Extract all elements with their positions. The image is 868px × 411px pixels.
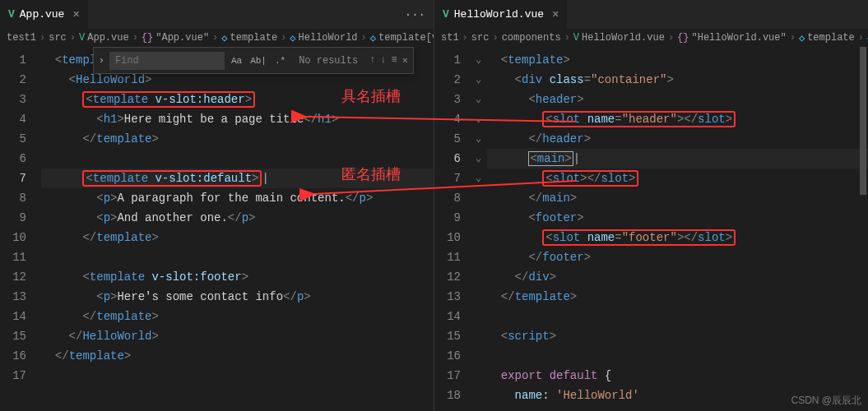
line-number[interactable]: 17: [0, 366, 26, 386]
breadcrumb-item[interactable]: ◇ template: [799, 32, 855, 44]
fold-icon[interactable]: ⌄: [476, 169, 487, 188]
line-number[interactable]: 13: [434, 287, 461, 307]
code-line[interactable]: <template v-slot:header>: [41, 90, 434, 109]
line-number[interactable]: 14: [0, 307, 26, 326]
close-icon[interactable]: ×: [72, 8, 79, 21]
line-number[interactable]: 5: [0, 129, 26, 149]
breadcrumb-item[interactable]: test1: [7, 32, 36, 44]
line-number[interactable]: 3: [434, 90, 461, 109]
line-number[interactable]: 2: [0, 70, 26, 90]
line-number[interactable]: 13: [0, 287, 26, 307]
line-number[interactable]: 1: [0, 50, 26, 70]
code-line[interactable]: </template>: [41, 129, 434, 149]
code-line[interactable]: [41, 247, 434, 267]
code-line[interactable]: [487, 346, 868, 366]
code-line[interactable]: </header>: [487, 129, 868, 149]
tab-app-vue[interactable]: V App.vue ×: [0, 0, 89, 29]
code-line[interactable]: </div>: [487, 267, 868, 287]
line-number[interactable]: 9: [0, 208, 26, 228]
close-find-icon[interactable]: ✕: [402, 54, 408, 67]
code-line[interactable]: [487, 307, 868, 326]
line-number[interactable]: 11: [434, 247, 461, 267]
regex-icon[interactable]: .*: [272, 54, 289, 67]
fold-icon[interactable]: ⌄: [476, 70, 487, 90]
next-match-icon[interactable]: ↓: [380, 54, 386, 67]
code-editor[interactable]: 1234567891011121314151617 <template> <He…: [0, 47, 434, 411]
breadcrumb[interactable]: st1›src›components›V HelloWorld.vue›{} "…: [434, 29, 868, 47]
line-number[interactable]: 8: [0, 188, 26, 208]
code-line[interactable]: <slot></slot>: [487, 169, 868, 188]
code-line[interactable]: <h1>Here might be a page title</h1>: [41, 109, 434, 129]
code-line[interactable]: <slot name="header"></slot>: [487, 109, 868, 129]
code-line[interactable]: </HelloWorld>: [41, 326, 434, 346]
breadcrumb-item[interactable]: src: [471, 32, 490, 44]
code-line[interactable]: <script>: [487, 326, 868, 346]
line-number[interactable]: 10: [434, 228, 461, 247]
line-number[interactable]: 14: [434, 307, 461, 326]
line-number[interactable]: 8: [434, 188, 461, 208]
line-number[interactable]: 4: [0, 109, 26, 129]
breadcrumb-item[interactable]: src: [49, 32, 67, 44]
fold-icon[interactable]: ⌄: [476, 90, 487, 109]
line-number[interactable]: 16: [434, 346, 461, 366]
code-line[interactable]: <div class="container">: [487, 70, 868, 90]
line-number[interactable]: 3: [0, 90, 26, 109]
line-number[interactable]: 5: [434, 129, 461, 149]
code-line[interactable]: </template>: [41, 346, 434, 366]
code-line[interactable]: <p>A paragraph for the main content.</p>: [41, 188, 434, 208]
fold-icon[interactable]: ⌄: [476, 109, 487, 129]
code-line[interactable]: [41, 149, 434, 169]
breadcrumb-item[interactable]: {} "App.vue": [142, 32, 209, 44]
fold-icon[interactable]: ⌄: [476, 50, 487, 70]
code-line[interactable]: </template>: [41, 228, 434, 247]
code-line[interactable]: <slot name="footer"></slot>: [487, 228, 868, 247]
line-number[interactable]: 9: [434, 208, 461, 228]
line-number[interactable]: 6: [0, 149, 26, 169]
code-line[interactable]: <template v-slot:default>|: [41, 169, 434, 188]
prev-match-icon[interactable]: ↑: [369, 54, 375, 67]
breadcrumb-item[interactable]: ◇ template[v-slot:default]: [370, 32, 434, 44]
close-icon[interactable]: ×: [552, 8, 559, 21]
line-number[interactable]: 12: [434, 267, 461, 287]
breadcrumb-item[interactable]: components: [502, 32, 561, 44]
code-editor[interactable]: 123456789101112131415161718 ⌄⌄⌄⌄⌄⌄⌄ <tem…: [434, 47, 868, 411]
line-number[interactable]: 17: [434, 366, 461, 386]
whole-word-icon[interactable]: Ab|: [247, 54, 270, 67]
breadcrumb-item[interactable]: ◇ template: [221, 32, 277, 44]
code-line[interactable]: [41, 366, 434, 386]
line-number[interactable]: 11: [0, 247, 26, 267]
code-line[interactable]: <p>And another one.</p>: [41, 208, 434, 228]
line-number[interactable]: 1: [434, 50, 461, 70]
breadcrumb[interactable]: test1›src›V App.vue›{} "App.vue"›◇ templ…: [0, 29, 434, 47]
line-number[interactable]: 7: [0, 169, 26, 188]
code-line[interactable]: <main>|: [487, 149, 868, 169]
code-line[interactable]: <p>Here's some contact info</p>: [41, 287, 434, 307]
line-number[interactable]: 15: [0, 326, 26, 346]
code-line[interactable]: <footer>: [487, 208, 868, 228]
tab-helloworld-vue[interactable]: V HelloWorld.vue ×: [434, 0, 568, 29]
code-line[interactable]: export default {: [487, 366, 868, 386]
code-line[interactable]: </main>: [487, 188, 868, 208]
line-number[interactable]: 6: [434, 149, 461, 169]
breadcrumb-item[interactable]: ◇ HelloWorld: [290, 32, 357, 44]
code-line[interactable]: <header>: [487, 90, 868, 109]
line-number[interactable]: 15: [434, 326, 461, 346]
breadcrumb-item[interactable]: {} "HelloWorld.vue": [677, 32, 787, 44]
breadcrumb-item[interactable]: st1: [441, 32, 459, 44]
code-line[interactable]: </footer>: [487, 247, 868, 267]
line-number[interactable]: 2: [434, 70, 461, 90]
match-case-icon[interactable]: Aa: [228, 54, 245, 67]
code-line[interactable]: </template>: [487, 287, 868, 307]
find-settings-icon[interactable]: ≡: [392, 54, 397, 67]
fold-icon[interactable]: ⌄: [476, 129, 487, 149]
scrollbar[interactable]: [858, 47, 868, 411]
code-line[interactable]: <template v-slot:footer>: [41, 267, 434, 287]
code-line[interactable]: </template>: [41, 307, 434, 326]
breadcrumb-item[interactable]: V HelloWorld.vue: [573, 32, 665, 44]
find-input[interactable]: [109, 52, 225, 70]
line-number[interactable]: 12: [0, 267, 26, 287]
line-number[interactable]: 4: [434, 109, 461, 129]
chevron-right-icon[interactable]: ›: [94, 55, 109, 67]
code-line[interactable]: <template>: [487, 50, 868, 70]
line-number[interactable]: 16: [0, 346, 26, 366]
